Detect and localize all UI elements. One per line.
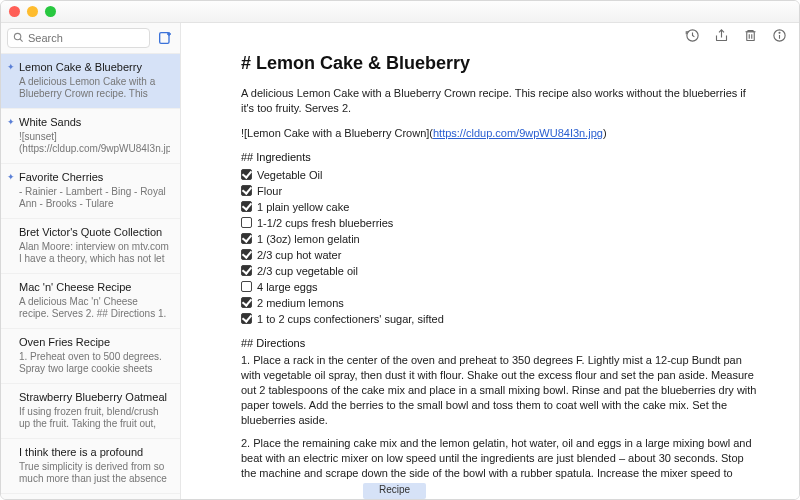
ingredient-text: Flour xyxy=(257,183,282,199)
ingredients-heading: ## Ingredients xyxy=(241,151,759,163)
ingredient-text: 2/3 cup vegetable oil xyxy=(257,263,358,279)
directions-heading: ## Directions xyxy=(241,337,759,349)
list-item[interactable]: ✦Favorite Cherries- Rainier - Lambert - … xyxy=(1,164,180,219)
checkbox-icon[interactable] xyxy=(241,217,252,228)
ingredient-item: Flour xyxy=(241,183,759,199)
search-icon xyxy=(13,32,24,45)
zoom-window-button[interactable] xyxy=(45,6,56,17)
minimize-window-button[interactable] xyxy=(27,6,38,17)
trash-icon[interactable] xyxy=(743,28,758,45)
ingredient-item: Vegetable Oil xyxy=(241,167,759,183)
svg-line-1 xyxy=(20,38,23,41)
svg-point-12 xyxy=(779,32,780,33)
sidebar: ✦Lemon Cake & BlueberryA delicious Lemon… xyxy=(1,23,181,499)
list-item-title: Mac 'n' Cheese Recipe xyxy=(19,281,170,294)
note-intro: A delicious Lemon Cake with a Blueberry … xyxy=(241,86,759,116)
ingredient-text: 1-1/2 cups fresh blueberries xyxy=(257,215,393,231)
notes-list: ✦Lemon Cake & BlueberryA delicious Lemon… xyxy=(1,54,180,499)
checkbox-icon[interactable] xyxy=(241,233,252,244)
ingredients-list: Vegetable OilFlour1 plain yellow cake1-1… xyxy=(241,167,759,327)
checkbox-icon[interactable] xyxy=(241,201,252,212)
ingredient-item: 1 to 2 cups confectioners' sugar, sifted xyxy=(241,311,759,327)
ingredient-item: 1-1/2 cups fresh blueberries xyxy=(241,215,759,231)
window-controls xyxy=(9,6,56,17)
ingredient-text: 4 large eggs xyxy=(257,279,318,295)
checkbox-icon[interactable] xyxy=(241,185,252,196)
list-item-title: Oven Fries Recipe xyxy=(19,336,170,349)
ingredient-item: 2 medium lemons xyxy=(241,295,759,311)
list-item-title: Strawberry Blueberry Oatmeal xyxy=(19,391,170,404)
list-item[interactable]: Strawberry Blueberry OatmealIf using fro… xyxy=(1,384,180,439)
direction-step: 1. Place a rack in the center of the ove… xyxy=(241,353,759,428)
note-tag[interactable]: Recipe xyxy=(363,483,426,499)
checkbox-icon[interactable] xyxy=(241,249,252,260)
note-toolbar xyxy=(181,23,799,49)
ingredient-text: 2 medium lemons xyxy=(257,295,344,311)
list-item[interactable]: Bret Victor's Quote CollectionAlan Moore… xyxy=(1,219,180,274)
list-item[interactable]: ✦White Sands![sunset](https://cldup.com/… xyxy=(1,109,180,164)
list-item-excerpt: - Rainier - Lambert - Bing - Royal Ann -… xyxy=(19,186,170,210)
svg-point-0 xyxy=(14,33,20,39)
list-item-excerpt: A delicious Mac 'n' Cheese recipe. Serve… xyxy=(19,296,170,320)
list-item-title: White Sands xyxy=(19,116,170,129)
history-icon[interactable] xyxy=(685,28,700,45)
ingredient-item: 1 plain yellow cake xyxy=(241,199,759,215)
ingredient-item: 1 (3oz) lemon gelatin xyxy=(241,231,759,247)
list-item[interactable]: ✦Lemon Cake & BlueberryA delicious Lemon… xyxy=(1,54,180,109)
share-icon[interactable] xyxy=(714,28,729,45)
ingredient-text: 1 (3oz) lemon gelatin xyxy=(257,231,360,247)
list-item-excerpt: A delicious Lemon Cake with a Blueberry … xyxy=(19,76,170,100)
image-link[interactable]: https://cldup.com/9wpWU84I3n.jpg xyxy=(433,127,603,139)
checkbox-icon[interactable] xyxy=(241,313,252,324)
ingredient-item: 2/3 cup vegetable oil xyxy=(241,263,759,279)
search-input[interactable] xyxy=(28,32,144,44)
list-item-title: Bret Victor's Quote Collection xyxy=(19,226,170,239)
status-bar: Recipe xyxy=(181,483,799,499)
list-item-title: Favorite Cherries xyxy=(19,171,170,184)
ingredient-text: 1 plain yellow cake xyxy=(257,199,349,215)
checkbox-icon[interactable] xyxy=(241,169,252,180)
info-icon[interactable] xyxy=(772,28,787,45)
new-note-button[interactable] xyxy=(156,29,174,47)
checkbox-icon[interactable] xyxy=(241,297,252,308)
direction-step: 2. Place the remaining cake mix and the … xyxy=(241,436,759,483)
titlebar xyxy=(1,1,799,23)
list-item-excerpt: ![sunset](https://cldup.com/9wpWU84I3n.j… xyxy=(19,131,170,155)
list-item-excerpt: If using frozen fruit, blend/crush up th… xyxy=(19,406,170,430)
list-item[interactable]: Oven Fries Recipe1. Preheat oven to 500 … xyxy=(1,329,180,384)
svg-rect-7 xyxy=(747,31,755,40)
ingredient-text: Vegetable Oil xyxy=(257,167,322,183)
list-item[interactable]: I think there is a profoundTrue simplici… xyxy=(1,439,180,494)
list-item-excerpt: 1. Preheat oven to 500 degrees. Spray tw… xyxy=(19,351,170,375)
pin-icon: ✦ xyxy=(7,172,15,182)
list-item[interactable]: Mac 'n' Cheese RecipeA delicious Mac 'n'… xyxy=(1,274,180,329)
list-item-excerpt: Alan Moore: interview on mtv.com I have … xyxy=(19,241,170,265)
list-item[interactable]: Groatuit (Green Oat Fruit)To make the fl… xyxy=(1,494,180,499)
pin-icon: ✦ xyxy=(7,117,15,127)
ingredient-text: 2/3 cup hot water xyxy=(257,247,341,263)
note-content[interactable]: # Lemon Cake & Blueberry A delicious Lem… xyxy=(181,49,799,483)
pin-icon: ✦ xyxy=(7,62,15,72)
list-item-excerpt: True simplicity is derived from so much … xyxy=(19,461,170,485)
note-heading: # Lemon Cake & Blueberry xyxy=(241,53,759,74)
list-item-title: Lemon Cake & Blueberry xyxy=(19,61,170,74)
list-item-title: I think there is a profound xyxy=(19,446,170,459)
close-window-button[interactable] xyxy=(9,6,20,17)
checkbox-icon[interactable] xyxy=(241,265,252,276)
ingredient-item: 4 large eggs xyxy=(241,279,759,295)
checkbox-icon[interactable] xyxy=(241,281,252,292)
note-image-markdown: ![Lemon Cake with a Blueberry Crown](htt… xyxy=(241,126,759,141)
ingredient-item: 2/3 cup hot water xyxy=(241,247,759,263)
search-field[interactable] xyxy=(7,28,150,48)
ingredient-text: 1 to 2 cups confectioners' sugar, sifted xyxy=(257,311,444,327)
